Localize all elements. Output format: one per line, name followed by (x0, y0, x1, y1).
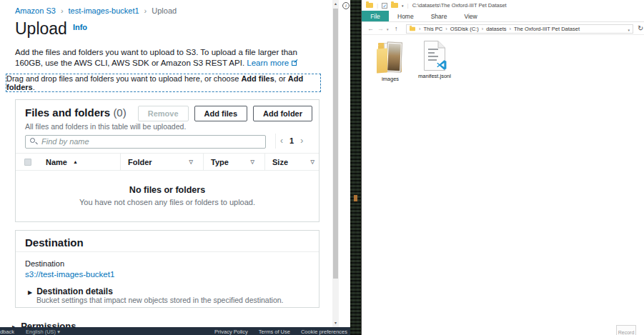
info-icon[interactable]: i (342, 2, 350, 9)
column-header-folder[interactable]: Folder▽ (120, 154, 203, 170)
new-folder-icon[interactable] (391, 3, 398, 8)
breadcrumb: Amazon S3test-images-bucket1Upload (15, 6, 177, 15)
breadcrumb-current: Upload (152, 6, 177, 15)
destination-panel: Destination Destination s3://test-images… (15, 230, 319, 308)
file-item-label: manifest.jsonl (415, 73, 455, 79)
add-files-button[interactable]: Add files (194, 106, 247, 121)
table-header: Name▲ Folder▽ Type▽ Size▽ (16, 153, 319, 171)
column-header-name[interactable]: Name▲ (40, 154, 120, 170)
cat-photo-thumbnail (387, 44, 401, 71)
intro-text: Add the files and folders you want to up… (15, 47, 319, 69)
filter-icon[interactable]: ▽ (311, 159, 314, 165)
aws-s3-upload-page: Amazon S3test-images-bucket1Upload Uploa… (0, 0, 350, 335)
file-item-manifest-jsonl[interactable]: manifest.jsonl (415, 40, 455, 79)
partial-record-button[interactable]: Record (616, 325, 636, 335)
address-segment-datasets[interactable]: datasets (486, 26, 506, 32)
breadcrumb-amazon-s3[interactable]: Amazon S3 (15, 6, 56, 15)
terms-of-use-link[interactable]: Terms of Use (259, 329, 290, 335)
empty-state-title: No files or folders (16, 185, 319, 195)
learn-more-link[interactable]: Learn more (247, 59, 289, 67)
external-link-icon (292, 61, 297, 66)
feedback-link[interactable]: Feedback (0, 329, 14, 335)
address-bar[interactable]: This PC OSDisk (C:) datasets The Oxford-… (406, 24, 633, 34)
file-explorer-window: | ✓ ▾ | C:\datasets\The Oxford-IIIT Pet … (361, 0, 644, 335)
breadcrumb-separator-icon (442, 26, 450, 32)
forward-icon[interactable]: → (377, 25, 384, 32)
address-bar-row: ← → ▾ ↑ This PC OSDisk (C:) datasets The… (362, 23, 644, 35)
prev-page-icon[interactable]: ‹ (280, 136, 283, 146)
empty-state-subtitle: You have not chosen any files or folders… (16, 198, 319, 206)
screen: Amazon S3test-images-bucket1Upload Uploa… (0, 0, 644, 335)
privacy-policy-link[interactable]: Privacy Policy (214, 329, 248, 335)
address-segment-osdisk[interactable]: OSDisk (C:) (450, 26, 479, 32)
search-input[interactable] (25, 135, 266, 149)
breadcrumb-separator-icon (56, 6, 69, 15)
properties-icon[interactable]: ✓ (382, 3, 387, 9)
filter-icon[interactable]: ▽ (189, 159, 193, 165)
tab-share[interactable]: Share (422, 11, 456, 21)
remove-button[interactable]: Remove (138, 106, 189, 121)
refresh-icon[interactable]: ↻ (638, 24, 643, 32)
add-folder-button[interactable]: Add folder (253, 106, 312, 121)
divider (275, 134, 276, 149)
filter-icon[interactable]: ▽ (251, 159, 254, 165)
divider: | (407, 2, 409, 9)
explorer-app-icon (366, 3, 373, 8)
pagination: ‹ 1 › (280, 136, 303, 146)
vscode-badge-icon (437, 60, 447, 70)
up-icon[interactable]: ↑ (395, 25, 398, 32)
column-header-type[interactable]: Type▽ (203, 154, 264, 170)
page-title: UploadInfo (15, 19, 87, 39)
browser-scrollbar[interactable]: ▴ ▾ (332, 0, 339, 327)
cookie-preferences-link[interactable]: Cookie preferences (301, 329, 347, 335)
scrollbar-thumb[interactable] (333, 9, 338, 279)
search-field-wrap (25, 134, 266, 149)
language-selector[interactable]: English (US) ▾ (26, 329, 60, 335)
breadcrumb-separator-icon (416, 26, 424, 32)
wallpaper-detail (354, 195, 357, 201)
desktop-wallpaper-strip (350, 0, 361, 335)
files-panel-subtitle: All files and folders in this table will… (25, 122, 186, 131)
tab-home[interactable]: Home (389, 11, 422, 21)
breadcrumb-separator-icon (507, 26, 515, 32)
quick-access-caret-icon[interactable]: ▾ (402, 4, 404, 8)
destination-details-subtitle: Bucket settings that impact new objects … (36, 296, 284, 304)
address-dropdown-caret-icon[interactable]: ▾ (628, 28, 630, 32)
file-item-images-folder[interactable]: images (370, 40, 410, 82)
files-and-folders-panel: Files and folders (0) Remove Add files A… (15, 99, 319, 222)
scroll-down-icon[interactable]: ▾ (332, 320, 339, 325)
tab-file[interactable]: File (362, 11, 389, 21)
expand-caret-icon: ▶ (28, 289, 32, 296)
address-segment-dataset-folder[interactable]: The Oxford-IIIT Pet Dataset (514, 26, 580, 32)
drag-drop-zone[interactable]: Drag and drop files and folders you want… (6, 74, 321, 92)
select-all-checkbox[interactable] (24, 159, 31, 166)
files-count: (0) (113, 106, 126, 119)
folder-icon (410, 27, 415, 31)
sort-asc-icon: ▲ (73, 159, 78, 164)
page-number[interactable]: 1 (289, 136, 294, 145)
files-panel-actions: Remove Add files Add folder (138, 106, 312, 121)
select-all-cell (16, 154, 40, 170)
file-item-label: images (370, 76, 410, 82)
dropzone-text: Drag and drop files and folders you want… (6, 74, 320, 91)
column-header-size[interactable]: Size▽ (264, 154, 319, 170)
destination-label: Destination (25, 259, 64, 268)
recent-locations-caret-icon[interactable]: ▾ (387, 27, 389, 31)
address-segment-this-pc[interactable]: This PC (424, 26, 443, 32)
breadcrumb-separator-icon (479, 26, 487, 32)
explorer-titlebar: | ✓ ▾ | C:\datasets\The Oxford-IIIT Pet … (362, 0, 644, 11)
scroll-up-icon[interactable]: ▴ (332, 1, 339, 6)
info-link[interactable]: Info (73, 23, 87, 31)
aws-console-footer: Feedback English (US) ▾ Privacy Policy T… (0, 327, 350, 335)
divider: | (377, 2, 378, 9)
files-panel-title: Files and folders (0) (25, 106, 127, 119)
window-title-path: C:\datasets\The Oxford-IIIT Pet Dataset (412, 2, 507, 9)
destination-bucket-link[interactable]: s3://test-images-bucket1 (25, 270, 114, 279)
breadcrumb-separator-icon (139, 6, 152, 15)
folder-with-photo-icon (376, 40, 405, 74)
tab-view[interactable]: View (455, 11, 485, 21)
back-icon[interactable]: ← (367, 25, 374, 32)
next-page-icon[interactable]: › (300, 136, 303, 146)
destination-header: Destination (16, 231, 319, 252)
breadcrumb-bucket[interactable]: test-images-bucket1 (69, 6, 139, 15)
